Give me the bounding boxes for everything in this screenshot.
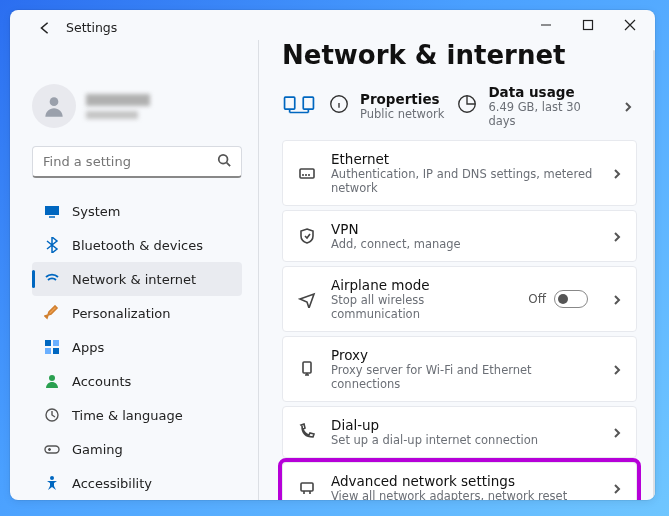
sidebar-item-system[interactable]: System [32, 194, 242, 228]
svg-rect-3 [45, 206, 59, 215]
properties-title: Properties [360, 91, 444, 107]
vpn-shield-icon [297, 226, 317, 246]
scrollbar[interactable] [653, 50, 655, 500]
accessibility-icon [44, 475, 60, 491]
info-icon [328, 93, 350, 119]
card-vpn[interactable]: VPNAdd, connect, manage [282, 210, 637, 262]
svg-rect-7 [53, 348, 59, 354]
sidebar-item-apps[interactable]: Apps [32, 330, 242, 364]
data-usage-subtitle: 6.49 GB, last 30 days [488, 100, 603, 128]
chevron-right-icon [612, 360, 622, 379]
sidebar-item-label: Accessibility [72, 476, 152, 491]
card-subtitle: Add, connect, manage [331, 237, 598, 251]
sidebar-item-label: Gaming [72, 442, 123, 457]
sidebar-item-personalization[interactable]: Personalization [32, 296, 242, 330]
svg-rect-5 [53, 340, 59, 346]
close-button[interactable] [609, 10, 651, 40]
airplane-icon [297, 289, 317, 309]
chevron-right-icon [612, 164, 622, 183]
avatar [32, 84, 76, 128]
back-button[interactable] [38, 21, 52, 35]
sidebar-item-accessibility[interactable]: Accessibility [32, 466, 242, 500]
data-usage-link[interactable]: Data usage6.49 GB, last 30 days [456, 84, 633, 128]
airplane-toggle[interactable]: Off [528, 290, 588, 308]
chart-icon [456, 93, 478, 119]
phone-icon [297, 422, 317, 442]
svg-rect-17 [303, 362, 311, 373]
sidebar-item-bluetooth[interactable]: Bluetooth & devices [32, 228, 242, 262]
clock-globe-icon [44, 407, 60, 423]
svg-rect-18 [301, 483, 313, 491]
status-row: PropertiesPublic network Data usage6.49 … [282, 78, 637, 134]
toggle-switch[interactable] [554, 290, 588, 308]
sidebar: System Bluetooth & devices Network & int… [10, 40, 258, 500]
card-dialup[interactable]: Dial-upSet up a dial-up internet connect… [282, 406, 637, 458]
ethernet-icon [297, 163, 317, 183]
settings-window: Settings System Bluetooth & devices Netw… [10, 10, 655, 500]
sidebar-item-label: Time & language [72, 408, 183, 423]
card-subtitle: View all network adapters, network reset [331, 489, 598, 500]
card-title: Ethernet [331, 151, 598, 167]
search-icon [217, 152, 231, 171]
card-subtitle: Authentication, IP and DNS settings, met… [331, 167, 598, 195]
properties-subtitle: Public network [360, 107, 444, 121]
chevron-right-icon [612, 423, 622, 442]
chevron-right-icon [623, 97, 633, 116]
minimize-button[interactable] [525, 10, 567, 40]
svg-rect-16 [300, 169, 314, 178]
proxy-icon [297, 359, 317, 379]
sidebar-item-accounts[interactable]: Accounts [32, 364, 242, 398]
card-subtitle: Set up a dial-up internet connection [331, 433, 598, 447]
adapter-icon [297, 478, 317, 498]
svg-rect-6 [45, 348, 51, 354]
card-advanced-network-settings[interactable]: Advanced network settingsView all networ… [282, 462, 637, 500]
svg-rect-13 [303, 97, 313, 109]
card-title: Airplane mode [331, 277, 514, 293]
sidebar-item-label: Network & internet [72, 272, 196, 287]
sidebar-item-label: Apps [72, 340, 104, 355]
svg-rect-12 [285, 97, 295, 109]
search-input[interactable] [32, 146, 242, 178]
card-title: Advanced network settings [331, 473, 598, 489]
card-title: Dial-up [331, 417, 598, 433]
user-info[interactable] [32, 84, 242, 128]
sidebar-item-label: System [72, 204, 120, 219]
card-title: VPN [331, 221, 598, 237]
display-icon [44, 203, 60, 219]
breadcrumb: Settings [38, 20, 117, 35]
apps-icon [44, 339, 60, 355]
main-panel: Network & internet PropertiesPublic netw… [258, 40, 655, 500]
toggle-state: Off [528, 292, 546, 306]
chevron-right-icon [612, 290, 622, 309]
chevron-right-icon [612, 479, 622, 498]
card-ethernet[interactable]: EthernetAuthentication, IP and DNS setti… [282, 140, 637, 206]
person-icon [44, 373, 60, 389]
search-field[interactable] [43, 154, 217, 169]
wifi-icon [44, 271, 60, 287]
svg-point-11 [50, 476, 54, 480]
sidebar-item-network[interactable]: Network & internet [32, 262, 242, 296]
sidebar-item-label: Accounts [72, 374, 131, 389]
sidebar-item-label: Bluetooth & devices [72, 238, 203, 253]
svg-point-8 [49, 375, 55, 381]
sidebar-item-time-language[interactable]: Time & language [32, 398, 242, 432]
gamepad-icon [44, 441, 60, 457]
svg-point-2 [219, 155, 228, 164]
page-title: Network & internet [282, 40, 637, 70]
sidebar-item-label: Personalization [72, 306, 171, 321]
card-proxy[interactable]: ProxyProxy server for Wi-Fi and Ethernet… [282, 336, 637, 402]
user-name-redacted [86, 94, 150, 119]
sidebar-nav: System Bluetooth & devices Network & int… [32, 194, 242, 500]
card-airplane-mode[interactable]: Airplane modeStop all wireless communica… [282, 266, 637, 332]
svg-rect-10 [45, 446, 59, 453]
properties-link[interactable]: PropertiesPublic network [328, 91, 444, 121]
svg-rect-4 [45, 340, 51, 346]
sidebar-item-gaming[interactable]: Gaming [32, 432, 242, 466]
maximize-button[interactable] [567, 10, 609, 40]
card-subtitle: Stop all wireless communication [331, 293, 514, 321]
divider-left [258, 40, 259, 500]
paintbrush-icon [44, 305, 60, 321]
card-title: Proxy [331, 347, 598, 363]
svg-rect-0 [584, 21, 593, 30]
bluetooth-icon [44, 237, 60, 253]
